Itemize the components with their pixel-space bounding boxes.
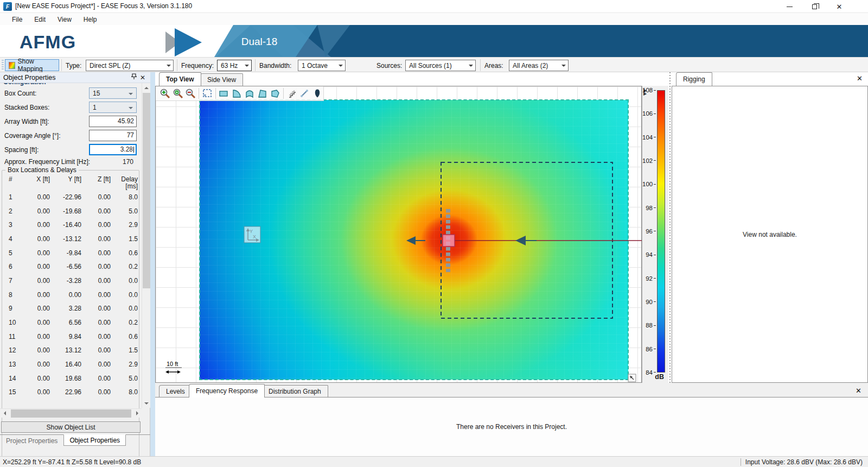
scroll-left-button[interactable] [0, 409, 9, 418]
table-cell: 0.00 [50, 291, 81, 299]
colorbar-tick: 98 [642, 204, 656, 212]
tab-distribution-graph[interactable]: Distribution Graph [261, 385, 328, 397]
menu-item-edit[interactable]: Edit [29, 15, 51, 24]
area-polygon-icon[interactable] [269, 87, 281, 99]
stacked-boxes-select[interactable]: 1 [89, 102, 137, 113]
show-mapping-button[interactable]: Show Mapping [5, 59, 59, 71]
view-tab-bar: Top View Side View [155, 72, 642, 86]
panel-splitter[interactable] [150, 72, 155, 456]
box-count-select[interactable]: 15 [89, 87, 137, 99]
scroll-down-button[interactable] [142, 399, 151, 408]
areas-select[interactable]: All Areas (2) [509, 60, 569, 71]
type-value: Direct SPL (Z) [90, 62, 131, 70]
close-button[interactable]: ✕ [827, 0, 852, 13]
table-row[interactable]: 100.006.560.000.2 [3, 315, 138, 330]
receiver-tool-icon[interactable] [311, 87, 323, 99]
stairs-tool-icon[interactable] [286, 87, 298, 99]
chevron-down-icon [467, 60, 475, 71]
table-cell: 0.00 [81, 319, 111, 326]
menu-item-view[interactable]: View [52, 15, 77, 24]
table-row[interactable]: 50.00-9.840.000.6 [3, 246, 138, 260]
area-trapezoid-icon[interactable] [257, 87, 269, 99]
table-cell: 0.00 [20, 249, 50, 257]
table-row[interactable]: 10.00-22.960.008.0 [3, 190, 138, 204]
zoom-previous-icon[interactable] [172, 87, 184, 99]
table-cell: -13.12 [50, 235, 81, 243]
table-cell: 0.00 [81, 361, 111, 368]
array-width-input[interactable]: 45.92 [89, 116, 137, 127]
table-cell: -9.84 [50, 249, 81, 257]
colorbar-tick: 90 [642, 298, 656, 306]
model-name: Dual-18 [241, 36, 278, 47]
tab-object-properties[interactable]: Object Properties [63, 434, 126, 446]
table-row[interactable]: 40.00-13.120.001.5 [3, 232, 138, 246]
tab-side-view[interactable]: Side View [200, 73, 243, 86]
table-cell: 13.12 [50, 346, 81, 354]
restore-button[interactable] [802, 0, 827, 13]
scroll-up-button[interactable] [142, 83, 151, 92]
table-row[interactable]: 30.00-16.400.002.9 [3, 218, 138, 232]
zoom-window-icon[interactable] [201, 87, 213, 99]
close-icon[interactable]: ✕ [856, 387, 861, 395]
tab-top-view[interactable]: Top View [159, 72, 201, 86]
table-cell: 10 [5, 319, 20, 326]
top-view-canvas[interactable]: Y X 10 ft [155, 86, 642, 383]
box-count-row: Box Count: 15 [0, 86, 139, 100]
area-rectangle-icon[interactable] [218, 87, 230, 99]
horizontal-scrollbar[interactable] [0, 408, 142, 418]
sources-select[interactable]: All Sources (1) [405, 60, 476, 71]
coverage-angle-input[interactable]: 77 [89, 130, 137, 141]
chevron-down-icon [129, 107, 133, 111]
table-row[interactable]: 90.003.280.000.0 [3, 302, 138, 316]
table-row[interactable]: 70.00-3.280.000.0 [3, 274, 138, 288]
table-row[interactable]: 130.0016.400.002.9 [3, 357, 138, 371]
minimize-button[interactable] [777, 0, 802, 13]
area-arc-icon[interactable] [244, 87, 256, 99]
table-cell: 0.00 [20, 263, 50, 270]
table-row[interactable]: 120.0013.120.001.5 [3, 344, 138, 358]
tab-rigging[interactable]: Rigging [676, 72, 712, 86]
toolbar-separator [255, 59, 256, 71]
table-row[interactable]: 140.0019.680.005.0 [3, 371, 138, 386]
scrollbar-thumb[interactable] [11, 409, 131, 418]
bandwidth-select[interactable]: 1 Octave [298, 60, 346, 71]
scrollbar-thumb[interactable] [143, 93, 150, 288]
frequency-select[interactable]: 63 Hz [217, 60, 252, 71]
table-cell: 6 [5, 263, 20, 270]
table-row[interactable]: 60.00-6.560.000.2 [3, 260, 138, 274]
colorbar-unit: dB [655, 373, 664, 381]
close-icon[interactable]: ✕ [857, 74, 863, 83]
menu-item-help[interactable]: Help [78, 15, 103, 24]
table-row[interactable]: 20.00-19.680.005.0 [3, 204, 138, 218]
main-toolbar: Show Mapping Type: Direct SPL (Z) Freque… [0, 57, 868, 72]
spacing-input[interactable]: 3.28 [89, 144, 137, 155]
table-cell: 5.0 [111, 375, 138, 382]
table-cell: 0.00 [81, 207, 111, 215]
view-resize-icon[interactable] [628, 374, 636, 382]
table-row[interactable]: 150.0022.960.008.0 [3, 386, 138, 400]
table-row[interactable]: 80.000.000.000.0 [3, 288, 138, 302]
area-quarter-circle-icon[interactable] [231, 87, 242, 99]
show-object-list-button[interactable]: Show Object List [1, 421, 141, 433]
source-marker[interactable] [443, 235, 455, 247]
tab-project-properties[interactable]: Project Properties [0, 435, 63, 446]
toolbar-grip[interactable] [2, 60, 4, 71]
menu-item-file[interactable]: File [7, 15, 28, 24]
zoom-in-icon[interactable] [159, 87, 171, 99]
toolbar-separator [283, 88, 284, 99]
restore-icon [812, 4, 817, 9]
scroll-right-button[interactable] [133, 409, 142, 418]
app-icon: F [3, 2, 12, 11]
pin-icon[interactable] [130, 73, 138, 81]
tab-levels[interactable]: Levels [159, 385, 192, 397]
bottom-panel: Levels Frequency Response Distribution G… [155, 383, 868, 456]
line-tool-icon[interactable] [299, 87, 311, 99]
colorbar-tick: 94 [642, 250, 656, 259]
vertical-scrollbar[interactable] [142, 83, 150, 408]
show-mapping-label: Show Mapping [18, 58, 55, 73]
close-icon[interactable]: ✕ [138, 74, 147, 81]
zoom-out-icon[interactable] [184, 87, 196, 99]
type-select[interactable]: Direct SPL (Z) [86, 60, 174, 71]
table-row[interactable]: 110.009.840.000.6 [3, 330, 138, 344]
tab-frequency-response[interactable]: Frequency Response [189, 384, 265, 397]
